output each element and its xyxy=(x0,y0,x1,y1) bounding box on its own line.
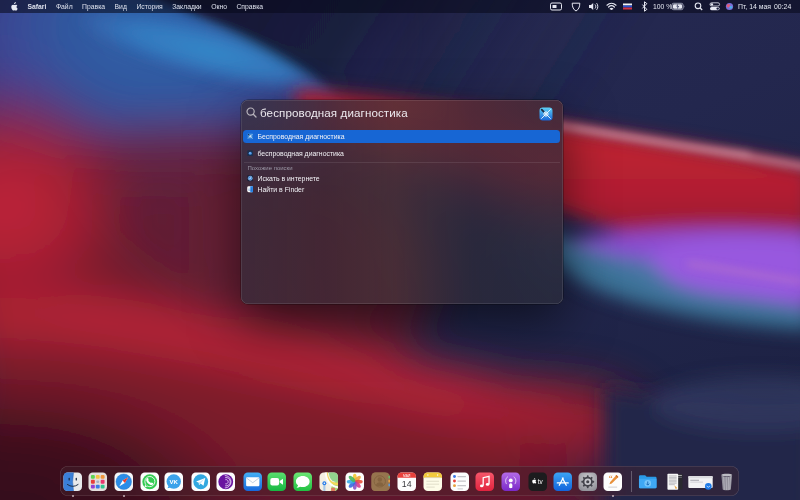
svg-text:14: 14 xyxy=(402,479,412,489)
svg-text:00:24: 00:24 xyxy=(774,3,791,10)
svg-text:VK: VK xyxy=(170,479,179,485)
svg-text:tv: tv xyxy=(538,478,544,485)
svg-text:МАЙ: МАЙ xyxy=(403,474,411,478)
svg-text:Пт, 14 мая: Пт, 14 мая xyxy=(738,3,771,10)
svg-text:100 %: 100 % xyxy=(653,3,672,10)
